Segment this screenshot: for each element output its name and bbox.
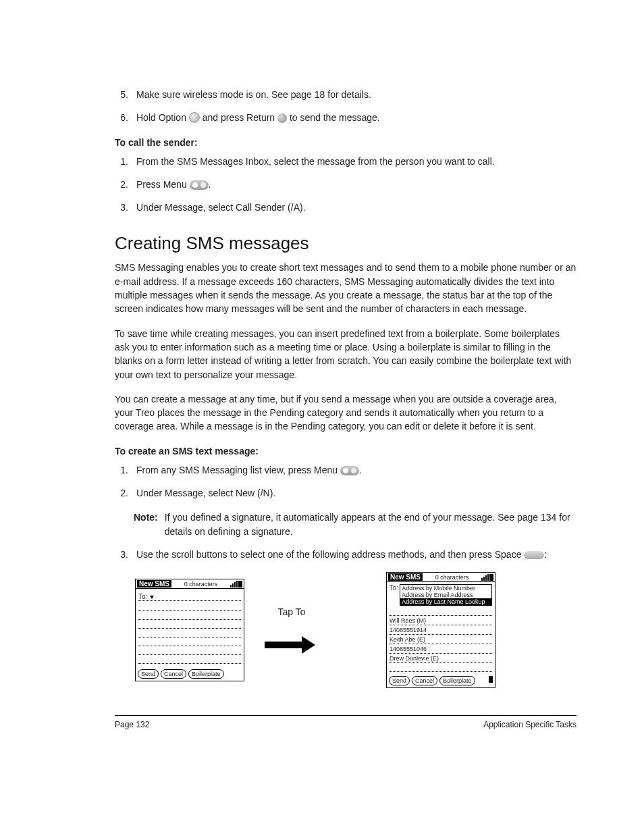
text-line (390, 663, 492, 672)
step-text: Hold Option and press Return to send the… (136, 111, 576, 124)
step-number: 3. (115, 548, 128, 561)
create-sms-steps: 1. From any SMS Messaging list view, pre… (115, 463, 576, 500)
mock-header: New SMS 0 characters (136, 579, 244, 589)
sms-screen-right: New SMS 0 characters To: Address by Mobi… (386, 572, 495, 688)
menu-key-icon (340, 466, 359, 475)
list-item: 3. Under Message, select Call Sender (/A… (115, 201, 576, 214)
list-item: 6. Hold Option and press Return to send … (115, 111, 576, 124)
mock-body: To: (136, 589, 244, 667)
popup-option: Address by Email Address (400, 592, 491, 598)
contact-item: 14085551914 (390, 625, 492, 635)
page-number: Page 132 (115, 720, 149, 729)
step-text: Under Message, select Call Sender (/A). (136, 201, 576, 214)
battery-icon (238, 581, 242, 588)
mock-title: New SMS (137, 580, 171, 588)
send-button: Send (389, 676, 410, 685)
subheading-call-sender: To call the sender: (115, 137, 576, 148)
step-text: Use the scroll buttons to select one of … (136, 548, 576, 561)
text-line (138, 620, 241, 629)
popup-option: Address by Mobile Number (400, 585, 491, 592)
paragraph: SMS Messaging enables you to create shor… (115, 261, 576, 315)
step-number: 3. (115, 201, 128, 214)
step-text: Under Message, select New (/N). (136, 486, 576, 500)
to-field: To: (138, 591, 241, 601)
section-heading: Creating SMS messages (115, 233, 576, 254)
step-text: Make sure wireless mode is on. See page … (136, 88, 576, 101)
footer-rule (115, 715, 576, 716)
step-number: 1. (115, 155, 128, 168)
note-text: If you defined a signature, it automatic… (165, 511, 576, 538)
mock-header: New SMS 0 characters (387, 573, 495, 582)
scroll-indicator-icon (489, 676, 493, 683)
boilerplate-button: Boilerplate (439, 676, 475, 685)
return-key-icon (277, 113, 287, 123)
cancel-button: Cancel (161, 669, 186, 679)
status-icons (481, 574, 493, 581)
char-count: 0 characters (435, 574, 469, 581)
to-label: To: (390, 584, 398, 592)
mock-footer: Send Cancel Boilerplate (136, 667, 244, 681)
mock-footer: Send Cancel Boilerplate (387, 674, 495, 687)
mock-body: To: Address by Mobile Number Address by … (387, 582, 495, 674)
step-number: 5. (115, 88, 128, 101)
sms-screen-left: New SMS 0 characters To: (135, 579, 244, 681)
step-text: Press Menu . (136, 178, 576, 191)
text-line (138, 602, 241, 611)
space-key-icon (524, 551, 544, 559)
list-item: 5. Make sure wireless mode is on. See pa… (115, 88, 576, 101)
step-number: 2. (115, 178, 128, 191)
send-button: Send (138, 669, 159, 679)
note: Note: If you defined a signature, it aut… (134, 511, 576, 538)
arrow-column: Tap To (265, 606, 319, 654)
text-line (390, 607, 492, 616)
list-item: 3. Use the scroll buttons to select one … (115, 548, 576, 561)
step-number: 6. (115, 111, 128, 124)
text-line (138, 655, 241, 664)
list-item: 1. From the SMS Messages Inbox, select t… (115, 155, 576, 168)
address-popup: Address by Mobile Number Address by Emai… (400, 584, 492, 606)
section-label: Application Specific Tasks (483, 720, 576, 729)
status-icons (230, 581, 242, 588)
text-line (138, 611, 241, 620)
contact-item: Drew Dunlevie (E) (390, 654, 492, 663)
signal-icon (481, 574, 489, 581)
document-page: 5. Make sure wireless mode is on. See pa… (0, 0, 644, 770)
text-line (138, 646, 241, 655)
step-text: From the SMS Messages Inbox, select the … (136, 155, 576, 168)
text-line (138, 637, 241, 646)
popup-option-selected: Address by Last Name Lookup (400, 598, 491, 605)
steps-continued: 5. Make sure wireless mode is on. See pa… (115, 88, 576, 125)
paragraph: You can create a message at any time, bu… (115, 392, 576, 434)
screenshot-row: New SMS 0 characters To: (135, 572, 576, 688)
note-label: Note: (134, 511, 158, 538)
contact-item: Keith Abe (E) (390, 635, 492, 644)
step-number: 2. (115, 486, 128, 500)
paragraph: To save time while creating messages, yo… (115, 327, 576, 382)
battery-icon (489, 574, 493, 581)
call-sender-steps: 1. From the SMS Messages Inbox, select t… (115, 155, 576, 215)
option-key-icon (189, 112, 200, 123)
text-line (138, 629, 241, 637)
create-sms-steps-continued: 3. Use the scroll buttons to select one … (115, 548, 576, 561)
list-item: 2. Press Menu . (115, 178, 576, 191)
step-number: 1. (115, 463, 128, 477)
contact-item: 14085551046 (390, 644, 492, 654)
contact-item: Will Rees (M) (390, 616, 492, 625)
menu-key-icon (190, 180, 209, 190)
signal-icon (230, 581, 238, 588)
list-item: 1. From any SMS Messaging list view, pre… (115, 463, 576, 477)
boilerplate-button: Boilerplate (188, 669, 224, 679)
subheading-create-sms: To create an SMS text message: (115, 446, 576, 457)
step-text: From any SMS Messaging list view, press … (136, 463, 576, 477)
list-item: 2. Under Message, select New (/N). (115, 486, 576, 500)
cancel-button: Cancel (412, 676, 437, 685)
mock-title: New SMS (388, 573, 423, 581)
tap-to-label: Tap To (278, 606, 306, 617)
char-count: 0 characters (184, 581, 218, 588)
page-footer: Page 132 Application Specific Tasks (115, 720, 576, 729)
to-label: To: (138, 593, 147, 600)
dropdown-icon (150, 596, 154, 599)
